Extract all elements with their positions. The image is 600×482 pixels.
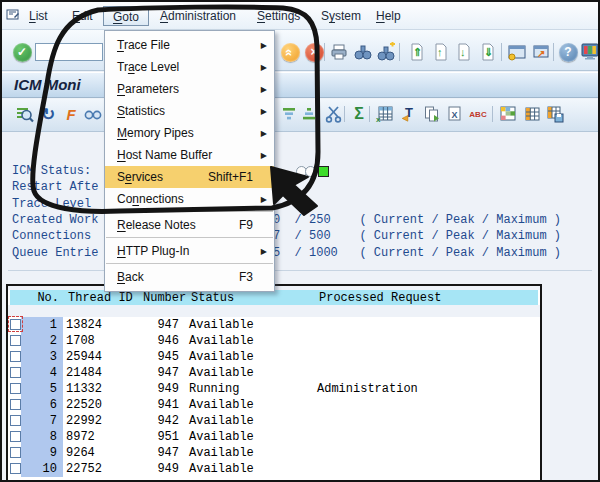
customize-layout-icon[interactable] (579, 41, 600, 63)
table-row: 1 13824 947 Available (8, 317, 540, 333)
word-processing-icon[interactable]: T (398, 103, 420, 125)
status-light-gray-icon (305, 166, 316, 177)
status-label-restart: Restart Afte (12, 180, 98, 194)
page-title: ICM Moni (14, 76, 81, 93)
row-checkbox[interactable] (10, 399, 21, 410)
status-light-green-icon (318, 166, 329, 177)
row-checkbox[interactable] (10, 319, 21, 330)
menu-item-parameters[interactable]: Parameters▶ (105, 78, 274, 100)
refresh-icon[interactable]: ↻ (37, 103, 59, 125)
spell-check-icon[interactable]: ABC (467, 103, 489, 125)
menu-item-http-plug-in[interactable]: HTTP Plug-In▶ (105, 240, 274, 262)
column-header-processed-request[interactable]: Processed Request (317, 291, 538, 305)
status-label-trace-level: Trace Level (12, 197, 91, 211)
cancel-button[interactable]: × (303, 41, 325, 63)
column-header-status[interactable]: Status (187, 291, 317, 305)
row-checkbox[interactable] (10, 383, 21, 394)
new-session-icon[interactable] (506, 41, 528, 63)
row-checkbox[interactable] (10, 415, 21, 426)
submenu-arrow-icon: ▶ (261, 247, 267, 256)
previous-page-icon[interactable]: ↑ (430, 41, 452, 63)
export-file-icon[interactable]: X (444, 103, 466, 125)
submenu-arrow-icon: ▶ (261, 129, 267, 138)
submenu-arrow-icon: ▶ (261, 85, 267, 94)
status-traffic-light (296, 166, 329, 177)
table-row: 10 22752 949 Available (8, 461, 540, 477)
sum-icon[interactable]: Σ (348, 103, 370, 125)
row-checkbox[interactable] (10, 351, 21, 362)
help-icon[interactable]: ? (557, 41, 579, 63)
svg-text:⇑: ⇑ (413, 46, 422, 58)
command-field[interactable] (35, 43, 103, 61)
sort-descending-icon[interactable] (298, 103, 320, 125)
status-value-worker-threads: 0 / 250 ( Current / Peak / Maximum ) (273, 213, 561, 227)
menu-bar: List Edit Goto Administration Settings S… (2, 2, 598, 30)
next-page-icon[interactable]: ↓ (453, 41, 475, 63)
menu-help[interactable]: Help (373, 6, 404, 26)
menu-item-memory-pipes[interactable]: Memory Pipes▶ (105, 122, 274, 144)
table-row: 7 22992 942 Available (8, 413, 540, 429)
menu-item-host-name-buffer[interactable]: Host Name Buffer▶ (105, 144, 274, 166)
goto-dropdown-menu: Trace File▶ Trace Level▶ Parameters▶ Sta… (104, 30, 275, 292)
submenu-arrow-icon: ▶ (261, 151, 267, 160)
menu-item-release-notes[interactable]: Release NotesF9 (105, 214, 274, 236)
choose-details-icon[interactable] (13, 103, 35, 125)
column-header-no[interactable]: No. (23, 291, 65, 305)
row-checkbox[interactable] (10, 367, 21, 378)
column-header-thread-id[interactable]: Thread ID (65, 291, 143, 305)
menu-list[interactable]: List (26, 6, 51, 26)
status-value-queue-entries: 5 / 1000 ( Current / Peak / Maximum ) (273, 246, 561, 260)
status-value-connections: 7 / 500 ( Current / Peak / Maximum ) (273, 229, 561, 243)
table-row: 2 1708 946 Available (8, 333, 540, 349)
f-release-icon[interactable]: F (60, 103, 82, 125)
row-checkbox[interactable] (10, 463, 21, 474)
table-row: 5 11332 949 Running Administration (8, 381, 540, 397)
svg-text:↑: ↑ (437, 46, 443, 58)
menu-item-connections[interactable]: Connections▶ (105, 188, 274, 210)
submenu-arrow-icon: ▶ (261, 41, 267, 50)
sap-window: List Edit Goto Administration Settings S… (0, 0, 600, 482)
title-bar (2, 72, 598, 98)
menu-item-back[interactable]: BackF3 (105, 266, 274, 288)
row-checkbox[interactable] (10, 335, 21, 346)
find-next-icon[interactable] (375, 41, 397, 63)
row-checkbox[interactable] (10, 447, 21, 458)
menu-item-trace-file[interactable]: Trace File▶ (105, 34, 274, 56)
menu-item-trace-level[interactable]: Trace Level▶ (105, 56, 274, 78)
enter-button[interactable]: ✓ (11, 41, 33, 63)
row-checkbox[interactable] (10, 431, 21, 442)
menu-administration[interactable]: Administration (157, 6, 239, 26)
find-icon[interactable] (352, 41, 374, 63)
menu-edit[interactable]: Edit (69, 6, 96, 26)
submenu-arrow-icon: ▶ (261, 63, 267, 72)
goggles-icon[interactable] (82, 103, 104, 125)
table-settings-icon[interactable] (521, 103, 543, 125)
table-header-row: No. Thread ID Number Status Processed Re… (10, 290, 538, 305)
first-page-icon[interactable]: ⇑ (406, 41, 428, 63)
sort-ascending-icon[interactable] (278, 103, 300, 125)
column-header-number[interactable]: Number (143, 291, 187, 305)
status-divider (8, 270, 592, 271)
filter-cut-icon[interactable] (323, 103, 345, 125)
svg-text:x: x (376, 115, 381, 124)
table-row: 4 21484 947 Available (8, 365, 540, 381)
shortcut-icon[interactable]: ↗ (530, 41, 552, 63)
menu-system[interactable]: System (318, 6, 364, 26)
table-row: 9 9264 947 Available (8, 445, 540, 461)
submenu-arrow-icon: ▶ (261, 107, 267, 116)
print-icon[interactable] (328, 41, 350, 63)
last-page-icon[interactable]: ⇓ (477, 41, 499, 63)
menu-item-statistics[interactable]: Statistics▶ (105, 100, 274, 122)
table-save-icon[interactable] (544, 103, 566, 125)
spreadsheet-export-icon[interactable]: x (374, 103, 396, 125)
shortcut-text: F9 (239, 218, 253, 232)
exit-button[interactable]: « (279, 41, 301, 63)
copy-icon[interactable] (421, 103, 443, 125)
table-view-icon[interactable] (497, 103, 519, 125)
thread-table: No. Thread ID Number Status Processed Re… (6, 284, 542, 480)
menu-item-services[interactable]: ServicesShift+F1 (105, 166, 274, 188)
menu-settings[interactable]: Settings (254, 6, 303, 26)
svg-text:↓: ↓ (460, 46, 466, 58)
status-label-icm-status: ICM Status: (12, 164, 91, 178)
menu-goto[interactable]: Goto (103, 6, 149, 26)
